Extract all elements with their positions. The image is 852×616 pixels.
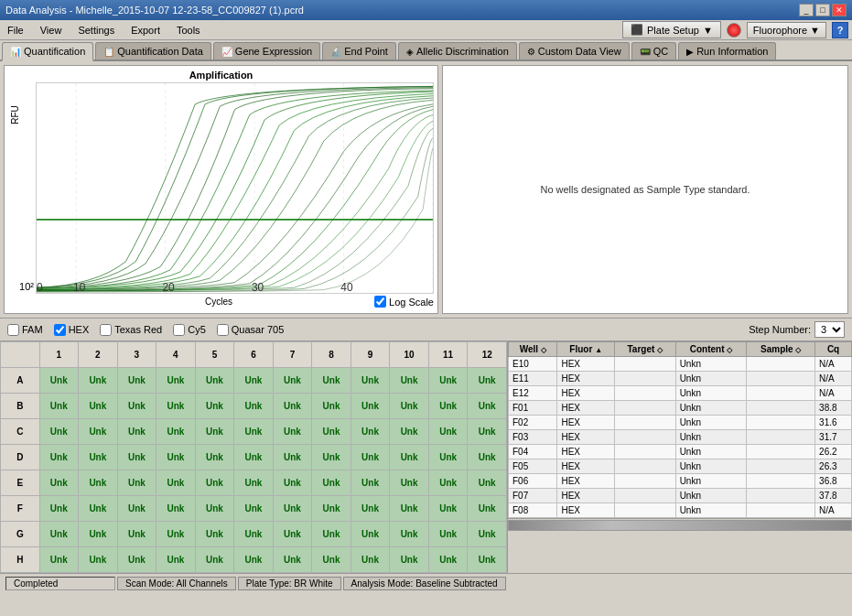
- plate-cell-H9[interactable]: Unk: [351, 547, 390, 573]
- plate-cell-B12[interactable]: Unk: [468, 394, 507, 419]
- plate-cell-H2[interactable]: Unk: [79, 547, 118, 573]
- table-row[interactable]: E11HEXUnknN/A: [509, 372, 852, 386]
- col-sample[interactable]: Sample ◇: [747, 342, 815, 357]
- texas-red-checkbox[interactable]: [100, 324, 112, 336]
- plate-cell-H5[interactable]: Unk: [195, 547, 234, 573]
- plate-cell-G1[interactable]: Unk: [39, 522, 79, 547]
- plate-cell-E6[interactable]: Unk: [234, 470, 274, 496]
- plate-cell-D10[interactable]: Unk: [390, 445, 429, 470]
- plate-cell-B5[interactable]: Unk: [195, 394, 234, 419]
- plate-cell-H11[interactable]: Unk: [428, 547, 468, 573]
- plate-cell-H10[interactable]: Unk: [390, 547, 429, 573]
- plate-cell-D2[interactable]: Unk: [79, 445, 118, 470]
- col-target[interactable]: Target ◇: [614, 342, 675, 357]
- tab-run-info[interactable]: ▶ Run Information: [678, 42, 776, 59]
- plate-cell-A2[interactable]: Unk: [79, 368, 118, 394]
- plate-cell-G4[interactable]: Unk: [156, 522, 196, 547]
- plate-cell-D11[interactable]: Unk: [428, 445, 468, 470]
- plate-cell-B7[interactable]: Unk: [273, 394, 312, 419]
- plate-cell-C2[interactable]: Unk: [79, 419, 118, 445]
- plate-cell-F7[interactable]: Unk: [273, 496, 312, 522]
- plate-cell-F1[interactable]: Unk: [39, 496, 79, 522]
- plate-cell-G8[interactable]: Unk: [312, 522, 351, 547]
- table-row[interactable]: F01HEXUnkn38.8: [509, 401, 852, 416]
- plate-cell-D7[interactable]: Unk: [273, 445, 312, 470]
- plate-cell-F4[interactable]: Unk: [156, 496, 196, 522]
- plate-cell-D6[interactable]: Unk: [234, 445, 274, 470]
- plate-cell-E9[interactable]: Unk: [351, 470, 390, 496]
- hex-checkbox[interactable]: [54, 324, 66, 336]
- plate-cell-A3[interactable]: Unk: [117, 368, 156, 394]
- plate-cell-C4[interactable]: Unk: [156, 419, 196, 445]
- table-row[interactable]: F05HEXUnkn26.3: [509, 459, 852, 474]
- plate-cell-C9[interactable]: Unk: [351, 419, 390, 445]
- plate-cell-D5[interactable]: Unk: [195, 445, 234, 470]
- plate-cell-F5[interactable]: Unk: [195, 496, 234, 522]
- plate-cell-H7[interactable]: Unk: [273, 547, 312, 573]
- plate-cell-E1[interactable]: Unk: [39, 470, 79, 496]
- plate-cell-G12[interactable]: Unk: [468, 522, 507, 547]
- plate-cell-G9[interactable]: Unk: [351, 522, 390, 547]
- minimize-button[interactable]: _: [799, 4, 814, 16]
- col-well[interactable]: Well ◇: [509, 342, 557, 357]
- tab-quantification[interactable]: 📊 Quantification: [2, 42, 93, 61]
- plate-cell-E7[interactable]: Unk: [273, 470, 312, 496]
- plate-cell-A10[interactable]: Unk: [390, 368, 429, 394]
- plate-cell-D12[interactable]: Unk: [468, 445, 507, 470]
- table-row[interactable]: E10HEXUnknN/A: [509, 357, 852, 372]
- menu-export[interactable]: Export: [127, 24, 164, 37]
- window-controls[interactable]: _ □ ✕: [799, 4, 847, 16]
- log-scale-control[interactable]: Log Scale: [374, 296, 434, 308]
- tab-allelic-disc[interactable]: ◈ Allelic Discrimination: [398, 42, 517, 59]
- plate-cell-G2[interactable]: Unk: [79, 522, 118, 547]
- close-button[interactable]: ✕: [832, 4, 847, 16]
- plate-cell-B11[interactable]: Unk: [428, 394, 468, 419]
- hex-filter[interactable]: HEX: [54, 324, 90, 336]
- help-button[interactable]: ?: [832, 22, 848, 38]
- plate-cell-C8[interactable]: Unk: [312, 419, 351, 445]
- plate-cell-A4[interactable]: Unk: [156, 368, 196, 394]
- menu-view[interactable]: View: [37, 24, 66, 37]
- plate-cell-H3[interactable]: Unk: [117, 547, 156, 573]
- tab-end-point[interactable]: 🔬 End Point: [322, 42, 396, 59]
- plate-cell-F3[interactable]: Unk: [117, 496, 156, 522]
- quasar705-filter[interactable]: Quasar 705: [217, 324, 284, 336]
- table-row[interactable]: E12HEXUnknN/A: [509, 386, 852, 401]
- fluorophore-button[interactable]: Fluorophore ▼: [747, 22, 826, 38]
- plate-cell-H4[interactable]: Unk: [156, 547, 196, 573]
- plate-cell-A6[interactable]: Unk: [234, 368, 274, 394]
- fam-filter[interactable]: FAM: [7, 324, 43, 336]
- plate-cell-C1[interactable]: Unk: [39, 419, 79, 445]
- plate-cell-F10[interactable]: Unk: [390, 496, 429, 522]
- plate-cell-F9[interactable]: Unk: [351, 496, 390, 522]
- plate-cell-A12[interactable]: Unk: [468, 368, 507, 394]
- step-number-select[interactable]: 3 1 2: [814, 321, 845, 338]
- plate-cell-E4[interactable]: Unk: [156, 470, 196, 496]
- plate-cell-G5[interactable]: Unk: [195, 522, 234, 547]
- table-row[interactable]: F07HEXUnkn37.8: [509, 489, 852, 503]
- plate-cell-E10[interactable]: Unk: [390, 470, 429, 496]
- plate-cell-H6[interactable]: Unk: [234, 547, 274, 573]
- plate-cell-A9[interactable]: Unk: [351, 368, 390, 394]
- quasar705-checkbox[interactable]: [217, 324, 229, 336]
- plate-cell-C12[interactable]: Unk: [468, 419, 507, 445]
- table-row[interactable]: F02HEXUnkn31.6: [509, 416, 852, 430]
- menu-tools[interactable]: Tools: [173, 24, 204, 37]
- plate-cell-D8[interactable]: Unk: [312, 445, 351, 470]
- table-row[interactable]: F03HEXUnkn31.7: [509, 430, 852, 445]
- table-row[interactable]: F08HEXUnknN/A: [509, 503, 852, 518]
- plate-cell-E2[interactable]: Unk: [79, 470, 118, 496]
- plate-cell-G7[interactable]: Unk: [273, 522, 312, 547]
- plate-cell-C3[interactable]: Unk: [117, 419, 156, 445]
- plate-cell-B3[interactable]: Unk: [117, 394, 156, 419]
- plate-cell-C6[interactable]: Unk: [234, 419, 274, 445]
- plate-setup-button[interactable]: ⬛ Plate Setup ▼: [622, 21, 721, 38]
- plate-cell-A7[interactable]: Unk: [273, 368, 312, 394]
- plate-cell-B1[interactable]: Unk: [39, 394, 79, 419]
- texas-red-filter[interactable]: Texas Red: [100, 324, 162, 336]
- plate-cell-A5[interactable]: Unk: [195, 368, 234, 394]
- plate-cell-G3[interactable]: Unk: [117, 522, 156, 547]
- plate-cell-D9[interactable]: Unk: [351, 445, 390, 470]
- tab-custom-data[interactable]: ⚙ Custom Data View: [519, 42, 630, 59]
- plate-cell-G11[interactable]: Unk: [428, 522, 468, 547]
